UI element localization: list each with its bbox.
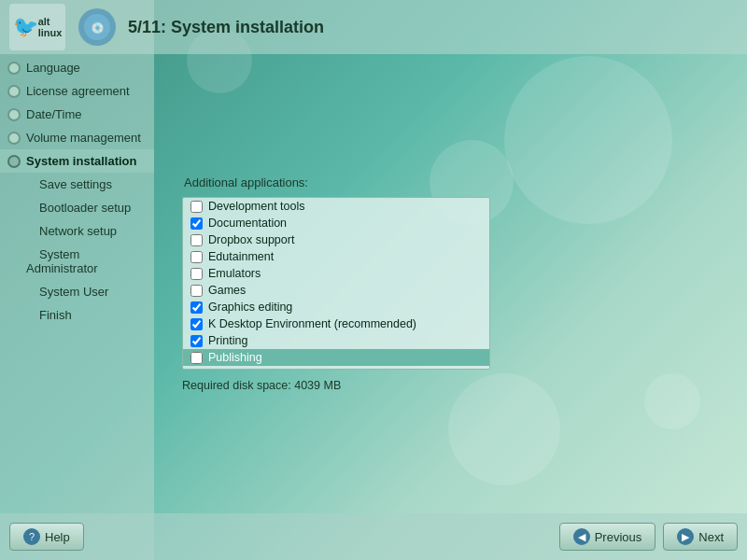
help-icon: ? [23,528,40,545]
sidebar-item-label: System installation [26,154,136,168]
sidebar-item-save-settings[interactable]: Save settings [0,173,154,196]
sidebar-item-license-agreement[interactable]: License agreement [0,79,154,103]
sidebar-dot [7,108,21,121]
additional-apps-label: Additional applications: [184,175,308,189]
app-item-documentation[interactable]: Documentation [183,215,489,231]
app-label: Printing [208,334,247,347]
sidebar-item-system-user[interactable]: System User [0,280,154,303]
app-item-games[interactable]: Games [183,282,489,299]
sidebar-dot [7,132,21,145]
app-item-edutainment[interactable]: Edutainment [183,248,489,265]
app-checkbox[interactable] [190,352,203,364]
app-checkbox[interactable] [190,268,203,280]
logo: 🐦 altlinux [9,4,65,50]
sidebar-item-label: Bootloader setup [39,201,131,215]
main-content: Additional applications: Development too… [154,54,747,513]
sidebar-item-language[interactable]: Language [0,56,154,79]
sidebar-item-label: System User [39,285,108,299]
app-item-k-desktop-environment-(recommended)[interactable]: K Desktop Environment (recommended) [183,315,489,332]
app-label: Documentation [208,217,287,230]
app-label: Development tools [208,200,305,213]
sidebar-item-finish[interactable]: Finish [0,303,154,327]
app-checkbox[interactable] [190,201,203,213]
header: 🐦 altlinux 💿 5/11: System installation [0,0,747,54]
sidebar-dot [7,85,21,98]
sidebar-item-label: Finish [39,308,72,322]
apps-checklist[interactable]: Development toolsDocumentationDropbox su… [182,197,490,370]
app-item-dropbox-support[interactable]: Dropbox support [183,231,489,248]
app-checkbox[interactable] [190,369,203,371]
sidebar-item-system-administrator[interactable]: System Administrator [0,243,154,280]
app-item-publishing[interactable]: Publishing [183,349,489,366]
sidebar-item-label: Language [26,61,80,75]
next-icon: ▶ [677,528,694,545]
bottom-bar: ? Help ◀ Previous ▶ Next [0,513,747,560]
previous-icon: ◀ [573,528,590,545]
app-checkbox[interactable] [190,335,203,347]
next-button[interactable]: ▶ Next [663,523,738,551]
app-item-remote-desktop[interactable]: Remote Desktop [183,366,489,370]
svg-text:💿: 💿 [91,21,105,35]
app-label: Edutainment [208,250,274,263]
app-checkbox[interactable] [190,318,203,330]
app-label: Remote Desktop [208,368,295,370]
logo-bird-icon: 🐦 [13,15,38,39]
sidebar-item-date/time[interactable]: Date/Time [0,103,154,126]
sidebar-dot [7,62,21,75]
app-item-printing[interactable]: Printing [183,332,489,349]
step-icon: 💿 [77,7,119,49]
sidebar-item-label: Date/Time [26,107,81,121]
logo-text: altlinux [38,16,63,38]
sidebar: LanguageLicense agreementDate/TimeVolume… [0,0,154,560]
sidebar-item-label: Save settings [39,177,112,191]
app-label: Games [208,284,246,297]
help-label: Help [45,530,70,544]
disk-space-label: Required disk space: 4039 MB [182,379,341,392]
app-label: Dropbox support [208,233,294,246]
app-checkbox[interactable] [190,234,203,246]
app-checkbox[interactable] [190,301,203,314]
sidebar-item-volume-management[interactable]: Volume management [0,126,154,149]
app-label: K Desktop Environment (recommended) [208,317,416,330]
sidebar-item-network-setup[interactable]: Network setup [0,219,154,243]
app-checkbox[interactable] [190,285,203,297]
sidebar-item-label: Network setup [39,224,117,238]
app-item-graphics-editing[interactable]: Graphics editing [183,299,489,315]
next-label: Next [698,530,724,544]
sidebar-item-label: Volume management [26,131,141,145]
app-label: Emulators [208,267,261,280]
app-label: Publishing [208,351,262,364]
app-item-emulators[interactable]: Emulators [183,265,489,282]
help-button[interactable]: ? Help [9,523,84,551]
sidebar-item-label: System Administrator [26,247,98,275]
page-title: 5/11: System installation [128,18,324,37]
sidebar-item-system-installation[interactable]: System installation [0,149,154,173]
app-checkbox[interactable] [190,217,203,230]
previous-label: Previous [595,530,642,544]
sidebar-item-label: License agreement [26,84,130,98]
app-checkbox[interactable] [190,251,203,263]
app-label: Graphics editing [208,301,292,314]
sidebar-item-bootloader-setup[interactable]: Bootloader setup [0,196,154,219]
app-item-development-tools[interactable]: Development tools [183,198,489,215]
previous-button[interactable]: ◀ Previous [559,523,656,551]
sidebar-dot [7,155,21,168]
